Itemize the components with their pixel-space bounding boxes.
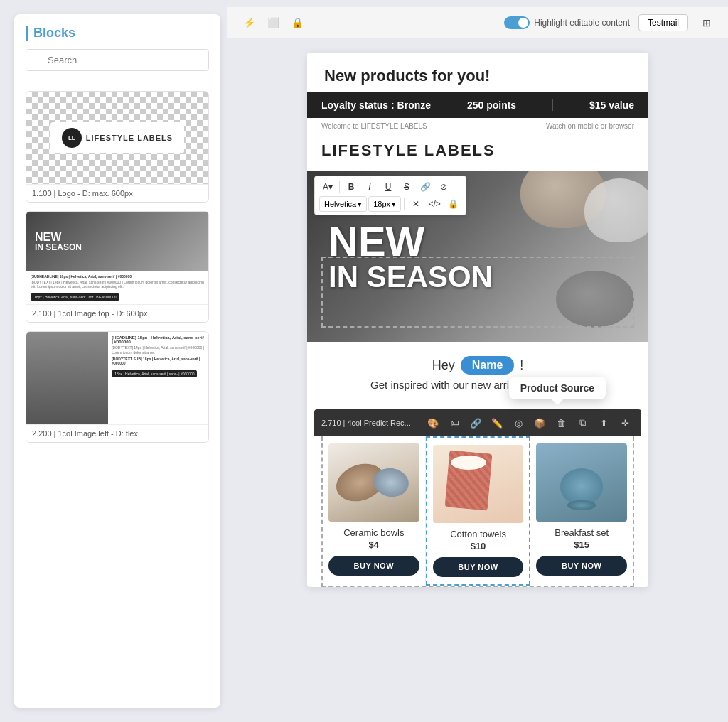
- block-item-image-left[interactable]: [HEADLINE] 18px | Helvetica, Arial, sans…: [26, 331, 209, 443]
- block2-layout: NEW IN SEASON [SUBHEADLINE] 18px | Helve…: [26, 212, 208, 304]
- block1-label: 1.100 | Logo - D: max. 600px: [26, 184, 208, 202]
- product-img-towels: [433, 445, 524, 523]
- brand-header: LIFESTYLE LABELS: [307, 134, 648, 171]
- block-item-logo[interactable]: LL LIFESTYLE LABELS 1.100 | Logo - D: ma…: [26, 91, 209, 203]
- logo-text: LIFESTYLE LABELS: [86, 134, 173, 142]
- edit-icon[interactable]: ✏️: [488, 414, 506, 432]
- move-up-icon[interactable]: ⬆: [594, 414, 613, 432]
- lock2-btn[interactable]: 🔒: [444, 196, 461, 212]
- sidebar-title: Blocks: [26, 26, 209, 41]
- block3-image: [26, 332, 108, 424]
- loyalty-status: Loyalty status : Bronze: [321, 99, 431, 111]
- search-input[interactable]: [26, 49, 209, 71]
- box-icon[interactable]: 📦: [530, 414, 549, 432]
- buy-btn-3[interactable]: BUY NOW: [536, 556, 627, 576]
- code-btn[interactable]: </>: [426, 196, 443, 212]
- text-format-toolbar: A▾ B I U S 🔗 ⊘ Helvetica ▾ 18px: [314, 176, 466, 215]
- block2-btn: 18px | Helvetica, Arial, sans-serif | #f…: [31, 293, 119, 301]
- desktop-icon-btn[interactable]: ⬜: [263, 13, 283, 33]
- format-row-1: A▾ B I U S 🔗 ⊘: [319, 179, 461, 195]
- highlight-toggle-switch[interactable]: [504, 16, 530, 29]
- font-size-dropdown[interactable]: 18px ▾: [368, 196, 401, 212]
- block3-label: 2.200 | 1col Image left - D: flex: [26, 424, 208, 442]
- palette-icon[interactable]: 🎨: [424, 414, 442, 432]
- radio-icon[interactable]: ◎: [509, 414, 528, 432]
- buy-btn-2[interactable]: BUY NOW: [433, 557, 524, 577]
- clear-format-btn[interactable]: ✕: [407, 196, 424, 212]
- product-col-2: Cotton towels $10 BUY NOW: [426, 436, 531, 586]
- hero-new: NEW: [328, 221, 493, 262]
- block3-layout: [HEADLINE] 18px | Helvetica, Arial, sans…: [26, 332, 208, 424]
- email-meta: Welcome to LIFESTYLE LABELS Watch on mob…: [307, 118, 648, 134]
- product-name-2: Cotton towels: [433, 529, 524, 539]
- chevron-down-icon-2: ▾: [392, 200, 396, 209]
- unlink-btn[interactable]: ⊘: [435, 179, 452, 195]
- link-btn[interactable]: 🔗: [417, 179, 434, 195]
- preview-logo: LL LIFESTYLE LABELS: [50, 122, 184, 153]
- products-grid: Ceramic bowls $4 BUY NOW Cotton towels $…: [321, 436, 634, 587]
- product-name-3: Breakfast set: [536, 527, 627, 538]
- block2-label: 2.100 | 1col Image top - D: 600px: [26, 304, 208, 322]
- underline-btn[interactable]: U: [380, 179, 397, 195]
- product-price-2: $10: [433, 541, 524, 551]
- hero-text: NEW IN SEASON: [328, 221, 493, 292]
- block-preview-logo: LL LIFESTYLE LABELS: [26, 92, 208, 184]
- font-family-dropdown[interactable]: Helvetica ▾: [319, 196, 367, 212]
- font-family-value: Helvetica: [324, 200, 356, 208]
- highlight-toggle: Highlight editable content: [504, 16, 630, 29]
- product-price-3: $15: [536, 539, 627, 550]
- product-name-1: Ceramic bowls: [328, 527, 419, 538]
- bowl-br-decoration: [556, 271, 634, 328]
- flash-icon-btn[interactable]: ⚡: [239, 13, 259, 33]
- meta-left: Welcome to LIFESTYLE LABELS: [321, 122, 427, 130]
- strikethrough-btn[interactable]: S: [398, 179, 415, 195]
- block-item-image-top[interactable]: NEW IN SEASON [SUBHEADLINE] 18px | Helve…: [26, 211, 209, 323]
- block2-body: [BODYTEXT] 14px | Helvetica, Arial, sans…: [31, 280, 204, 289]
- highlight-label: Highlight editable content: [534, 18, 630, 28]
- email-wrapper: New products for you! Loyalty status : B…: [307, 53, 648, 587]
- block3-content: [HEADLINE] 18px | Helvetica, Arial, sans…: [108, 332, 208, 424]
- block-preview-image-top: NEW IN SEASON [SUBHEADLINE] 18px | Helve…: [26, 212, 208, 304]
- brand-regular: LIFESTYLE: [321, 141, 419, 159]
- toolbar-right: Highlight editable content Testmail ⊞: [504, 13, 717, 33]
- hey-word: Hey: [432, 358, 455, 373]
- expand-icon-btn[interactable]: ⊞: [697, 13, 717, 33]
- product-img-bowls: [328, 443, 419, 522]
- meta-right: Watch on mobile or browser: [546, 122, 634, 130]
- loyalty-points: 250 points: [467, 99, 516, 111]
- block2-season-text: NEW IN SEASON: [35, 232, 82, 252]
- chevron-down-icon: ▾: [358, 200, 362, 209]
- hey-text-line: Hey Name !: [321, 356, 634, 375]
- product-section: Product Source 2.710 | 4col Predict Rec.…: [314, 409, 641, 587]
- format-row-2: Helvetica ▾ 18px ▾ ✕ </> 🔒: [319, 196, 461, 212]
- block2-image-area: NEW IN SEASON: [26, 212, 208, 271]
- top-toolbar: ⚡ ⬜ 🔒 Highlight editable content Testmai…: [228, 7, 728, 38]
- buy-btn-1[interactable]: BUY NOW: [328, 556, 419, 576]
- italic-btn[interactable]: I: [361, 179, 378, 195]
- block1-bg: LL LIFESTYLE LABELS: [26, 92, 208, 184]
- name-badge: Name: [461, 356, 515, 375]
- block-preview-image-left: [HEADLINE] 18px | Helvetica, Arial, sans…: [26, 332, 208, 424]
- loyalty-bar: Loyalty status : Bronze 250 points $15 v…: [307, 92, 648, 118]
- email-subject: New products for you!: [307, 53, 648, 92]
- trash-icon[interactable]: 🗑: [552, 414, 570, 432]
- brand-bold: LABELS: [424, 141, 496, 159]
- lock-icon-btn[interactable]: 🔒: [287, 13, 307, 33]
- block2-subheadline: [SUBHEADLINE] 18px | Helvetica, Arial, s…: [31, 274, 204, 279]
- font-color-btn[interactable]: A▾: [319, 179, 336, 195]
- block3-sub: [BODYTEXT SUB] 18px | Helvetica, Arial, …: [112, 357, 205, 365]
- main-canvas: New products for you! Loyalty status : B…: [228, 38, 728, 722]
- product-col-3: Breakfast set $15 BUY NOW: [530, 436, 633, 586]
- copy-icon[interactable]: ⧉: [573, 414, 592, 432]
- brand-name: LIFESTYLE LABELS: [321, 141, 634, 160]
- bold-btn[interactable]: B: [343, 179, 360, 195]
- fmt-sep-2: [404, 198, 405, 210]
- tag-icon[interactable]: 🏷: [445, 414, 464, 432]
- bowl-tr-decoration: [584, 178, 648, 242]
- loyalty-value: $15 value: [589, 99, 634, 111]
- block3-btn: 18px | Helvetica, Arial, sans-serif | sa…: [112, 370, 197, 377]
- link2-icon[interactable]: 🔗: [466, 414, 485, 432]
- drag-icon[interactable]: ✛: [616, 414, 634, 432]
- block3-headline: [HEADLINE] 18px | Helvetica, Arial, sans…: [112, 335, 205, 344]
- testmail-button[interactable]: Testmail: [638, 14, 688, 31]
